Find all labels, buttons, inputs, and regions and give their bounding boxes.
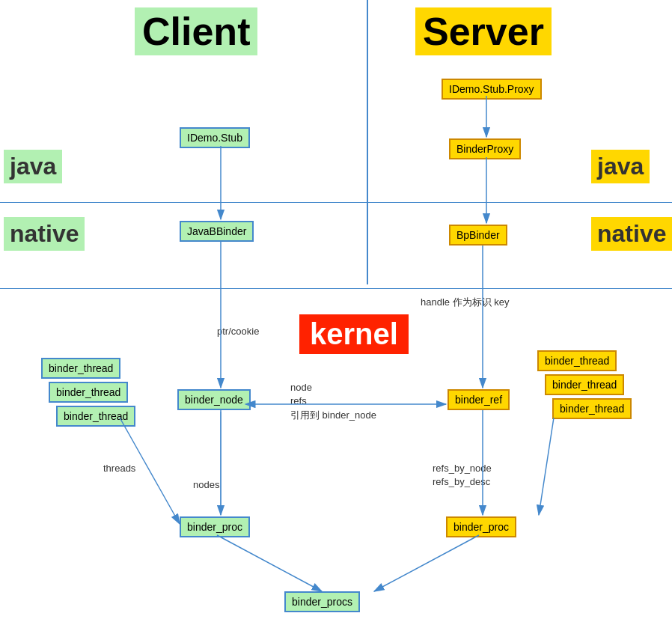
- svg-line-11: [217, 535, 322, 591]
- binder-thread-r2-box: binder_thread: [545, 374, 624, 395]
- divider-vertical: [367, 0, 368, 284]
- node-annotation: node: [290, 382, 312, 393]
- diagram-container: Client Server java java native native ke…: [0, 0, 672, 625]
- threads-annotation: threads: [103, 463, 135, 474]
- svg-line-12: [374, 535, 479, 591]
- binder-ref-box: binder_ref: [448, 389, 510, 410]
- binder-proc-left-box: binder_proc: [180, 516, 250, 537]
- nodes-annotation: nodes: [193, 479, 219, 490]
- label-java-right: java: [591, 150, 650, 183]
- binder-proxy-box: BinderProxy: [449, 138, 521, 159]
- refs-annotation: refs: [290, 395, 307, 406]
- binder-procs-box: binder_procs: [284, 591, 360, 612]
- ptr-cookie-annotation: ptr/cookie: [217, 326, 259, 337]
- idemo-stub-box: IDemo.Stub: [180, 127, 250, 148]
- binder-proc-right-box: binder_proc: [446, 516, 516, 537]
- arrows-svg: [0, 0, 672, 625]
- svg-line-14: [539, 418, 554, 515]
- binder-thread-l3-box: binder_thread: [56, 406, 135, 427]
- refs-binder-node-annotation: 引用到 binder_node: [290, 409, 376, 422]
- binder-thread-r3-box: binder_thread: [552, 398, 632, 419]
- binder-thread-l1-box: binder_thread: [41, 358, 120, 379]
- handle-key-annotation: handle 作为标识 key: [421, 296, 510, 309]
- server-header: Server: [415, 7, 552, 55]
- divider-h1: [0, 202, 672, 203]
- divider-h2: [0, 288, 672, 289]
- binder-node-box: binder_node: [177, 389, 251, 410]
- refs-by-node-annotation: refs_by_node: [433, 463, 492, 474]
- refs-by-desc-annotation: refs_by_desc: [433, 476, 490, 487]
- client-header: Client: [135, 7, 257, 55]
- binder-thread-l2-box: binder_thread: [49, 382, 128, 403]
- bp-binder-box: BpBinder: [449, 225, 507, 246]
- java-bb-binder-box: JavaBBinder: [180, 221, 254, 242]
- idemo-stub-proxy-box: IDemo.Stub.Proxy: [442, 79, 542, 100]
- label-java-left: java: [4, 150, 62, 183]
- kernel-label: kernel: [299, 314, 409, 354]
- label-native-right: native: [591, 217, 672, 251]
- label-native-left: native: [4, 217, 85, 251]
- binder-thread-r1-box: binder_thread: [537, 350, 617, 371]
